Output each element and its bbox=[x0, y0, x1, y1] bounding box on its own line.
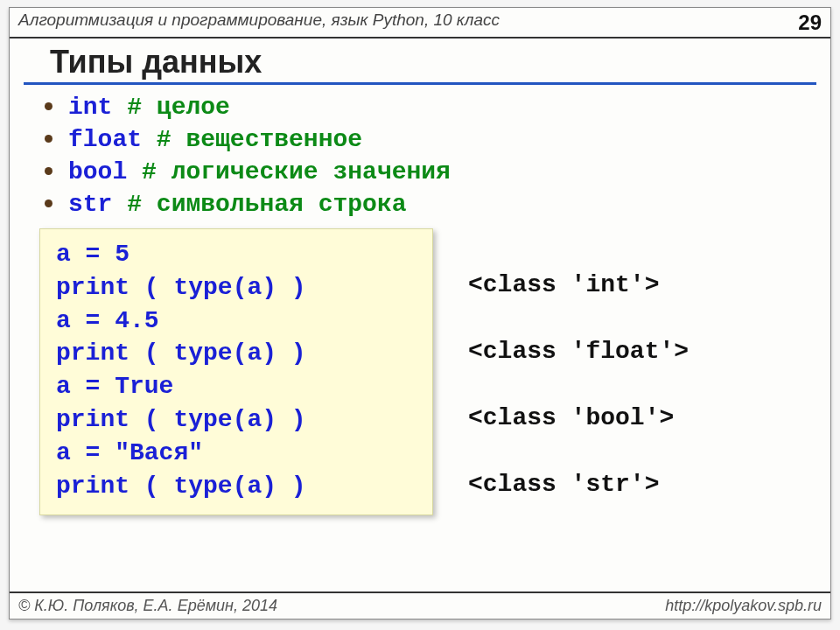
type-keyword: bool bbox=[68, 158, 127, 186]
output-line: <class 'str'> bbox=[468, 468, 689, 501]
code-line: a = 5 bbox=[56, 238, 416, 271]
code-line: a = True bbox=[56, 370, 416, 403]
output-gap bbox=[468, 435, 689, 468]
type-pad bbox=[127, 158, 142, 186]
main-row: a = 5 print ( type(a) ) a = 4.5 print ( … bbox=[10, 223, 830, 515]
list-item: int # целое bbox=[45, 94, 795, 121]
list-item: bool # логические значения bbox=[45, 158, 795, 186]
output-line: <class 'bool'> bbox=[468, 402, 689, 435]
type-comment: # целое bbox=[127, 94, 230, 121]
page-number: 29 bbox=[798, 10, 822, 35]
header-bar: Алгоритмизация и программирование, язык … bbox=[10, 8, 830, 38]
output-gap bbox=[468, 368, 689, 402]
type-pad bbox=[112, 191, 127, 218]
output-line: <class 'float'> bbox=[468, 335, 689, 368]
type-keyword: str bbox=[68, 191, 112, 218]
type-pad bbox=[142, 126, 157, 153]
code-line: a = 4.5 bbox=[56, 304, 416, 338]
output-line: <class 'int'> bbox=[468, 269, 689, 302]
slide-container: Алгоритмизация и программирование, язык … bbox=[9, 7, 831, 620]
code-line: a = "Вася" bbox=[56, 437, 416, 470]
code-line: print ( type(a) ) bbox=[56, 470, 416, 503]
code-line: print ( type(a) ) bbox=[56, 337, 416, 370]
type-keyword: float bbox=[68, 126, 142, 153]
code-block: a = 5 print ( type(a) ) a = 4.5 print ( … bbox=[39, 228, 433, 515]
bullet-icon bbox=[45, 135, 52, 143]
type-comment: # логические значения bbox=[142, 158, 451, 186]
type-pad bbox=[112, 94, 127, 121]
type-list: int # целое float # вещественное bool # … bbox=[10, 94, 830, 218]
type-comment: # символьная строка bbox=[127, 191, 406, 218]
section-title: Типы данных bbox=[24, 38, 816, 85]
output-block: <class 'int'> <class 'float'> <class 'bo… bbox=[468, 228, 689, 501]
bullet-icon bbox=[45, 102, 52, 110]
list-item: str # символьная строка bbox=[45, 191, 795, 218]
list-item: float # вещественное bbox=[45, 126, 795, 153]
code-line: print ( type(a) ) bbox=[56, 271, 416, 304]
type-comment: # вещественное bbox=[157, 126, 362, 153]
header-title: Алгоритмизация и программирование, язык … bbox=[18, 10, 798, 30]
code-line: print ( type(a) ) bbox=[56, 403, 416, 437]
footer-bar: © К.Ю. Поляков, Е.А. Ерёмин, 2014 http:/… bbox=[10, 592, 830, 619]
output-gap bbox=[468, 302, 689, 335]
type-keyword: int bbox=[68, 94, 112, 121]
footer-copyright: © К.Ю. Поляков, Е.А. Ерёмин, 2014 bbox=[18, 597, 665, 615]
footer-url: http://kpolyakov.spb.ru bbox=[665, 597, 822, 615]
bullet-icon bbox=[45, 167, 52, 175]
bullet-icon bbox=[45, 200, 52, 207]
